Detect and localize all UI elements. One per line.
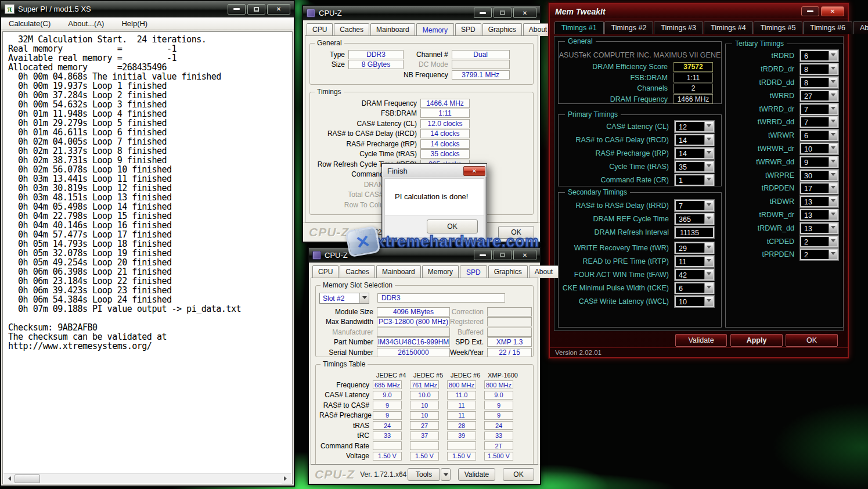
timing-select[interactable]: 2 xyxy=(800,249,838,260)
ok-button[interactable]: OK xyxy=(786,334,838,347)
timing-select[interactable]: 6 xyxy=(675,282,714,294)
tab[interactable]: About xyxy=(529,265,559,278)
dropdown-button[interactable] xyxy=(704,135,713,145)
tab[interactable]: Graphics xyxy=(488,265,528,278)
timing-select[interactable]: 8 xyxy=(800,63,838,75)
maximize-button[interactable] xyxy=(247,4,265,15)
tab[interactable]: Caches xyxy=(340,265,375,278)
timing-select[interactable]: 2 xyxy=(800,236,838,247)
timing-select[interactable]: 7 xyxy=(675,200,714,211)
dropdown-button[interactable] xyxy=(829,197,837,206)
tab[interactable]: Timings #1 xyxy=(554,21,604,34)
timing-select[interactable]: 10 xyxy=(800,143,838,154)
horizontal-scrollbar[interactable] xyxy=(3,473,291,483)
timing-select[interactable]: 14 xyxy=(675,134,714,146)
tools-dropdown-button[interactable] xyxy=(441,468,451,481)
close-button[interactable]: ✕ xyxy=(513,8,536,18)
ok-button[interactable]: OK xyxy=(503,468,534,481)
menu-item[interactable]: Calculate(C) xyxy=(9,19,51,28)
apply-button[interactable]: Apply xyxy=(730,334,783,347)
timing-select[interactable]: 365 xyxy=(675,213,714,225)
tools-button[interactable]: Tools xyxy=(408,468,440,481)
dropdown-button[interactable] xyxy=(704,297,713,306)
tab[interactable]: Mainboard xyxy=(376,265,421,278)
dropdown-button[interactable] xyxy=(829,131,837,140)
minimize-button[interactable] xyxy=(801,6,819,16)
tab[interactable]: Timings #3 xyxy=(654,21,703,34)
tab[interactable]: Timings #4 xyxy=(704,21,753,34)
scroll-left-button[interactable] xyxy=(3,474,13,484)
dropdown-button[interactable] xyxy=(704,201,713,210)
timing-select[interactable]: 10 xyxy=(675,296,714,307)
tab[interactable]: CPU xyxy=(312,265,338,278)
dropdown-button[interactable] xyxy=(704,122,713,131)
timing-select[interactable]: 13 xyxy=(800,209,838,221)
timing-select[interactable]: 14 xyxy=(675,148,714,159)
timing-select[interactable]: 8 xyxy=(800,77,838,88)
timing-select[interactable]: 17 xyxy=(800,182,838,194)
dropdown-button[interactable] xyxy=(829,157,837,167)
timing-select[interactable]: 6 xyxy=(800,130,838,141)
tab[interactable]: CPU xyxy=(307,23,333,36)
timing-select[interactable]: 29 xyxy=(675,242,714,254)
timing-select[interactable]: 11 xyxy=(675,256,714,267)
timing-select[interactable]: 12 xyxy=(675,121,714,132)
close-button[interactable]: ✕ xyxy=(267,4,290,15)
dropdown-button[interactable] xyxy=(359,293,369,303)
scrollbar-thumb[interactable] xyxy=(15,474,40,483)
dropdown-button[interactable] xyxy=(829,237,837,246)
dropdown-button[interactable] xyxy=(829,210,837,220)
timing-select[interactable]: 27 xyxy=(800,90,838,102)
dropdown-button[interactable] xyxy=(829,51,837,60)
timing-select[interactable]: 11135 xyxy=(675,226,714,238)
timing-select[interactable]: 30 xyxy=(800,170,838,181)
minimize-button[interactable] xyxy=(474,8,492,18)
tab[interactable]: SPD xyxy=(460,265,487,278)
dropdown-button[interactable] xyxy=(829,144,837,153)
timing-select[interactable]: 42 xyxy=(675,269,714,281)
timing-select[interactable]: 6 xyxy=(800,50,838,62)
tab[interactable]: Memory xyxy=(416,23,454,36)
minimize-button[interactable] xyxy=(228,4,246,15)
tab[interactable]: Memory xyxy=(422,265,459,278)
dropdown-button[interactable] xyxy=(829,91,837,100)
dropdown-button[interactable] xyxy=(704,149,713,158)
tab[interactable]: Caches xyxy=(334,23,369,36)
memory-slot-select[interactable]: Slot #2 xyxy=(319,293,369,304)
tab[interactable]: Timings #6 xyxy=(803,21,852,34)
timing-select[interactable]: 13 xyxy=(800,196,838,207)
dropdown-button[interactable] xyxy=(704,270,713,279)
dropdown-button[interactable] xyxy=(704,214,713,224)
close-button[interactable]: ✕ xyxy=(463,166,485,176)
dropdown-button[interactable] xyxy=(829,184,837,193)
dropdown-button[interactable] xyxy=(829,105,837,114)
dropdown-button[interactable] xyxy=(829,250,837,259)
dropdown-button[interactable] xyxy=(704,175,713,185)
dropdown-button[interactable] xyxy=(704,257,713,266)
menu-item[interactable]: About...(A) xyxy=(68,19,104,28)
tab[interactable]: About xyxy=(853,21,868,34)
tab[interactable]: Mainboard xyxy=(370,23,415,36)
dropdown-button[interactable] xyxy=(829,171,837,180)
scroll-right-button[interactable] xyxy=(282,474,291,484)
dropdown-button[interactable] xyxy=(829,117,837,127)
timing-select[interactable]: 7 xyxy=(800,103,838,115)
menu-item[interactable]: Help(H) xyxy=(121,19,147,28)
validate-button[interactable]: Validate xyxy=(458,468,495,481)
dropdown-button[interactable] xyxy=(829,64,837,74)
dropdown-button[interactable] xyxy=(704,283,713,293)
timing-select[interactable]: 1 xyxy=(675,174,714,186)
dropdown-button[interactable] xyxy=(704,162,713,171)
tab[interactable]: Timings #2 xyxy=(604,21,654,34)
timing-select[interactable]: 35 xyxy=(675,161,714,172)
tab[interactable]: SPD xyxy=(455,23,481,36)
dropdown-button[interactable] xyxy=(704,243,713,253)
tab[interactable]: Timings #5 xyxy=(754,21,803,34)
timing-select[interactable]: 9 xyxy=(800,156,838,168)
dropdown-button[interactable] xyxy=(829,224,837,233)
validate-button[interactable]: Validate xyxy=(675,334,727,347)
close-button[interactable]: ✕ xyxy=(821,6,844,16)
dropdown-button[interactable] xyxy=(829,78,837,87)
tab[interactable]: Graphics xyxy=(482,23,522,36)
timing-select[interactable]: 13 xyxy=(800,222,838,234)
